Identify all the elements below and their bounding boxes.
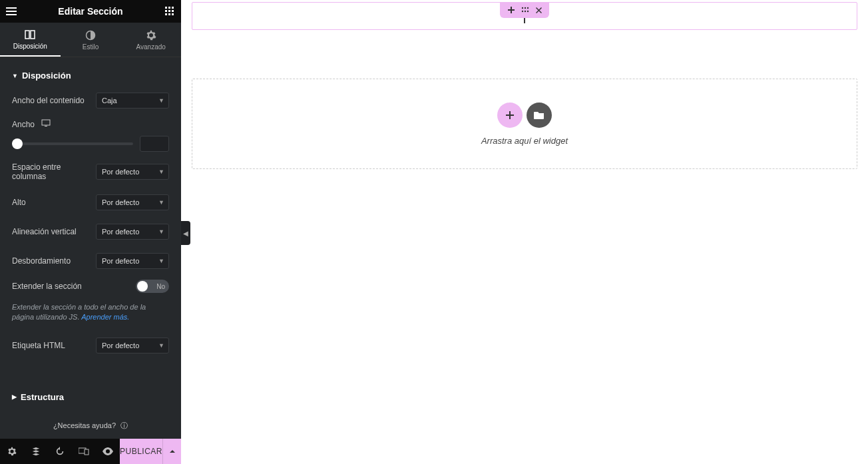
need-help[interactable]: ¿Necesitas ayuda? ⓘ xyxy=(0,409,181,439)
column-gap-select[interactable]: Por defecto ▼ xyxy=(96,164,169,180)
valign-row: Alineación vertical Por defecto ▼ xyxy=(0,214,181,244)
html-tag-row: Etiqueta HTML Por defecto ▼ xyxy=(0,331,181,365)
svg-rect-28 xyxy=(506,115,514,116)
svg-rect-5 xyxy=(172,7,174,9)
tab-style[interactable]: Estilo xyxy=(61,23,121,57)
slider-thumb[interactable] xyxy=(12,138,23,149)
caret-down-icon: ▼ xyxy=(12,73,18,79)
gear-icon xyxy=(146,30,156,41)
svg-rect-4 xyxy=(168,7,170,9)
svg-point-25 xyxy=(524,11,525,12)
tab-layout[interactable]: Disposición xyxy=(0,23,61,57)
svg-rect-10 xyxy=(168,13,170,15)
menu-button[interactable] xyxy=(0,0,23,23)
overflow-label: Desbordamiento xyxy=(12,256,71,266)
html-tag-select[interactable]: Por defecto ▼ xyxy=(96,338,169,353)
editor-canvas[interactable]: Arrastra aquí el widget xyxy=(181,0,868,464)
width-slider-row xyxy=(0,132,181,158)
drag-handle-icon[interactable] xyxy=(521,7,529,13)
svg-rect-11 xyxy=(172,13,174,15)
delete-section-button[interactable] xyxy=(536,7,542,13)
chevron-down-icon: ▼ xyxy=(158,168,164,175)
svg-point-24 xyxy=(521,11,523,12)
widget-drop-zone[interactable]: Arrastra aquí el widget xyxy=(192,79,857,169)
responsive-button[interactable] xyxy=(72,439,96,464)
svg-rect-0 xyxy=(6,7,17,9)
svg-rect-15 xyxy=(42,120,50,125)
extend-help-text: Extender la sección a todo el ancho de l… xyxy=(0,300,181,331)
content-width-select[interactable]: Caja ▼ xyxy=(96,93,169,109)
tab-advanced[interactable]: Avanzado xyxy=(120,23,181,57)
drop-zone-buttons xyxy=(497,103,552,128)
chevron-down-icon: ▼ xyxy=(158,199,164,206)
chevron-down-icon: ▼ xyxy=(158,228,164,235)
widgets-grid-button[interactable] xyxy=(158,0,181,23)
svg-point-23 xyxy=(527,7,528,9)
svg-rect-18 xyxy=(85,449,89,455)
sidebar-header: Editar Sección xyxy=(0,0,181,23)
overflow-select[interactable]: Por defecto ▼ xyxy=(96,253,169,269)
height-select[interactable]: Por defecto ▼ xyxy=(96,194,169,210)
overflow-row: Desbordamiento Por defecto ▼ xyxy=(0,244,181,273)
handle-indicator xyxy=(524,18,525,23)
extend-toggle[interactable]: No xyxy=(136,280,169,293)
svg-rect-20 xyxy=(508,9,515,11)
valign-label: Alineación vertical xyxy=(12,227,77,236)
settings-button[interactable] xyxy=(0,439,24,464)
toggle-knob xyxy=(137,281,148,292)
chevron-down-icon: ▼ xyxy=(158,97,164,104)
svg-rect-16 xyxy=(45,126,47,126)
valign-select[interactable]: Por defecto ▼ xyxy=(96,224,169,240)
selected-section[interactable] xyxy=(192,2,857,30)
editor-tabs: Disposición Estilo Avanzado xyxy=(0,23,181,57)
width-label: Ancho xyxy=(12,120,35,129)
width-input[interactable] xyxy=(140,136,169,152)
svg-rect-13 xyxy=(31,31,35,39)
column-gap-label: Espacio entre columnas xyxy=(12,162,96,181)
svg-point-22 xyxy=(524,7,525,9)
content-width-label: Ancho del contenido xyxy=(12,96,85,105)
publish-button[interactable]: PUBLICAR xyxy=(120,439,162,464)
svg-rect-2 xyxy=(6,14,17,15)
preview-button[interactable] xyxy=(96,439,120,464)
layout-icon xyxy=(25,29,35,40)
height-row: Alto Por defecto ▼ xyxy=(0,185,181,214)
desktop-icon[interactable] xyxy=(41,119,51,129)
chevron-down-icon: ▼ xyxy=(158,258,164,264)
section-handle xyxy=(500,2,549,18)
svg-rect-12 xyxy=(25,31,29,39)
help-icon: ⓘ xyxy=(120,421,128,429)
section-structure-toggle[interactable]: ▶ Estructura xyxy=(0,381,181,409)
caret-right-icon: ▶ xyxy=(12,393,17,400)
width-slider[interactable] xyxy=(12,142,133,145)
learn-more-link[interactable]: Aprender más. xyxy=(81,313,129,321)
svg-rect-6 xyxy=(165,10,167,12)
svg-point-26 xyxy=(527,11,528,12)
sidebar-footer: PUBLICAR xyxy=(0,439,181,464)
history-button[interactable] xyxy=(48,439,72,464)
collapse-sidebar-button[interactable]: ◀ xyxy=(181,221,190,245)
add-template-button[interactable] xyxy=(527,103,552,128)
svg-rect-7 xyxy=(168,10,170,12)
section-layout-toggle[interactable]: ▼ Disposición xyxy=(0,57,181,89)
svg-point-21 xyxy=(521,7,523,9)
column-gap-row: Espacio entre columnas Por defecto ▼ xyxy=(0,158,181,185)
add-new-section-button[interactable] xyxy=(497,103,523,128)
controls-panel: ▼ Disposición Ancho del contenido Caja ▼… xyxy=(0,57,181,409)
sidebar-title: Editar Sección xyxy=(58,6,122,17)
editor-sidebar: Editar Sección Disposición Estilo Avanza… xyxy=(0,0,181,464)
svg-rect-8 xyxy=(172,10,174,12)
html-tag-label: Etiqueta HTML xyxy=(12,341,65,350)
navigator-button[interactable] xyxy=(24,439,48,464)
svg-rect-1 xyxy=(6,11,17,12)
svg-rect-3 xyxy=(165,7,167,9)
style-icon xyxy=(85,30,96,41)
add-section-button[interactable] xyxy=(508,7,515,13)
drop-zone-text: Arrastra aquí el widget xyxy=(481,136,568,146)
height-label: Alto xyxy=(12,198,26,207)
extend-label: Extender la sección xyxy=(12,282,82,291)
extend-section-row: Extender la sección No xyxy=(0,273,181,300)
width-row: Ancho xyxy=(0,113,181,132)
svg-rect-9 xyxy=(165,13,167,15)
publish-options-button[interactable] xyxy=(162,439,181,464)
